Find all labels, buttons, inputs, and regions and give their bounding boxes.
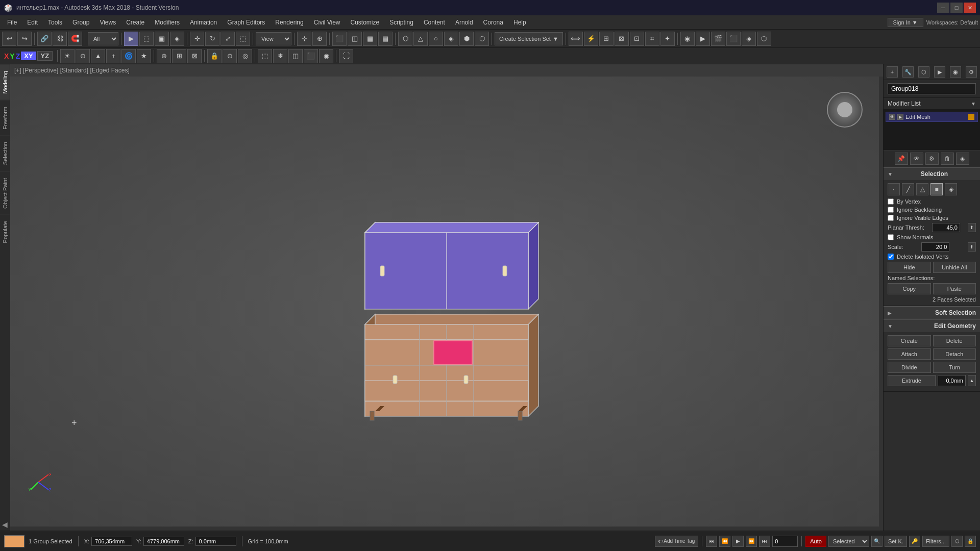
delete-btn[interactable]: Delete [933,335,976,346]
tab-freeform[interactable]: Freeform [0,100,10,136]
menu-group[interactable]: Group [67,17,94,28]
time-input[interactable] [772,536,798,547]
hide-btn[interactable]: Hide [888,262,931,273]
color-swatch[interactable] [4,535,24,547]
key-icon-btn[interactable]: 🔑 [909,536,920,547]
menu-arnold[interactable]: Arnold [450,17,478,28]
restrict-x-btn[interactable]: 🔒 [207,49,222,63]
render4-btn[interactable]: ◈ [742,32,756,46]
rp-icon-modify[interactable]: 🔧 [902,66,914,78]
snap3-btn[interactable]: ⊠ [615,32,629,46]
menu-animation[interactable]: Animation [185,17,222,28]
snap4-btn[interactable]: ⊡ [630,32,644,46]
rotate-btn[interactable]: ↻ [205,32,219,46]
filters-btn[interactable]: Filters... [922,536,949,547]
planar-thresh-input[interactable] [932,223,960,232]
attach-btn[interactable]: Attach [888,348,931,360]
menu-file[interactable]: File [2,17,22,28]
move-btn[interactable]: ✛ [190,32,204,46]
align2-btn[interactable]: ⊕ [312,32,327,46]
scale-spinner[interactable]: ⬆ [968,242,976,252]
mod-btn-pin[interactable]: 📌 [895,153,908,165]
rp-icon-hierarchy[interactable]: ⬡ [918,66,929,78]
num3-btn[interactable]: ○ [429,32,443,46]
mirror-obj-btn[interactable]: ⟺ [569,32,583,46]
lock-icon-btn[interactable]: 🔒 [965,536,976,547]
select-invert-btn[interactable]: ◎ [238,49,252,63]
menu-edit[interactable]: Edit [22,17,43,28]
axis-yz-btn[interactable]: YZ [37,51,53,61]
modifier-edit-mesh[interactable]: 👁 ▶ Edit Mesh [886,112,978,122]
axis-xy-btn[interactable]: XY [21,52,36,60]
extrude-btn[interactable]: Extrude [888,375,936,386]
paste-sel-btn[interactable]: Paste [933,283,976,294]
select-region-btn[interactable]: ⬚ [139,32,154,46]
menu-scripting[interactable]: Scripting [384,17,419,28]
sel-edge-btn[interactable]: ╱ [902,183,914,195]
edit-geometry-header[interactable]: ▼ Edit Geometry [884,319,980,332]
menu-civil-view[interactable]: Civil View [309,17,346,28]
mirror-btn[interactable]: ⬚ [236,32,250,46]
axis-y-btn[interactable]: Y [10,52,14,60]
extrude-spinner[interactable]: ▲ [968,375,976,386]
scene-canvas[interactable]: X Y Z + [10,77,883,531]
snap-cycle-btn[interactable]: ⛶ [339,49,353,63]
filter-dropdown[interactable]: All [88,32,118,45]
modifier-list-header[interactable]: Modifier List ▼ [884,98,980,110]
menu-graph-editors[interactable]: Graph Editors [222,17,270,28]
close-btn[interactable]: ✕ [964,3,976,13]
show-normals-check[interactable] [888,234,894,240]
next-frame-btn[interactable]: ⏩ [746,536,757,547]
undo-btn[interactable]: ↩ [2,32,16,46]
link-btn[interactable]: 🔗 [37,32,52,46]
sel-face-btn[interactable]: ■ [930,183,943,195]
tab-populate[interactable]: Populate [0,214,10,249]
mod-btn-show[interactable]: 👁 [910,153,923,165]
select-lasso-btn[interactable]: ◈ [170,32,184,46]
search-btn[interactable]: 🔍 [871,536,883,547]
divide-btn[interactable]: Divide [888,362,931,373]
bind-btn[interactable]: 🧲 [68,32,82,46]
ignore-backfacing-check[interactable] [888,207,894,213]
redo-btn[interactable]: ↪ [17,32,32,46]
rp-icon-display[interactable]: ◉ [950,66,961,78]
planar-thresh-spinner[interactable]: ⬆ [968,223,976,232]
minimize-btn[interactable]: ─ [937,3,949,13]
display-btn[interactable]: ⬛ [304,49,318,63]
by-vertex-check[interactable] [888,198,894,205]
layer-btn[interactable]: ⬛ [332,32,347,46]
layer4-btn[interactable]: ▤ [378,32,393,46]
menu-corona[interactable]: Corona [478,17,508,28]
sel-vertex-btn[interactable]: · [888,183,900,195]
axis-z-btn[interactable]: Z [16,52,20,60]
unhide-all-btn[interactable]: Unhide All [933,262,976,273]
tab-selection[interactable]: Selection [0,135,10,171]
space-btn[interactable]: 🌀 [121,49,136,63]
unlink-btn[interactable]: ⛓ [53,32,67,46]
select-btn[interactable]: ▶ [124,32,138,46]
center-btn[interactable]: ⊠ [187,49,202,63]
shape-btn[interactable]: ★ [137,49,151,63]
create-selection-set-btn[interactable]: Create Selection Set ▼ [495,32,563,45]
mod-expand-icon[interactable]: ▶ [897,114,903,120]
menu-content[interactable]: Content [419,17,450,28]
layer2-btn[interactable]: ◫ [348,32,362,46]
align-btn[interactable]: ⊹ [297,32,311,46]
go-start-btn[interactable]: ⏮ [706,536,717,547]
set-key-btn[interactable]: Set K. [885,536,907,547]
light-btn[interactable]: ☀ [60,49,75,63]
scale-input[interactable] [921,242,949,252]
num5-btn[interactable]: ⬢ [459,32,474,46]
menu-modifiers[interactable]: Modifiers [150,17,185,28]
mod-eye-icon[interactable]: 👁 [889,114,895,120]
axis-x-btn[interactable]: X [4,52,9,60]
menu-rendering[interactable]: Rendering [270,17,308,28]
selection-filter-dropdown[interactable]: Selected [828,536,869,547]
rp-icon-utilities[interactable]: ⚙ [966,66,977,78]
left-tab-arrow[interactable]: ◀ [0,518,10,531]
go-end-btn[interactable]: ⏭ [759,536,770,547]
num4-btn[interactable]: ◈ [444,32,458,46]
menu-views[interactable]: Views [94,17,121,28]
snap-btn[interactable]: ⚡ [584,32,598,46]
num1-btn[interactable]: ⬡ [398,32,412,46]
